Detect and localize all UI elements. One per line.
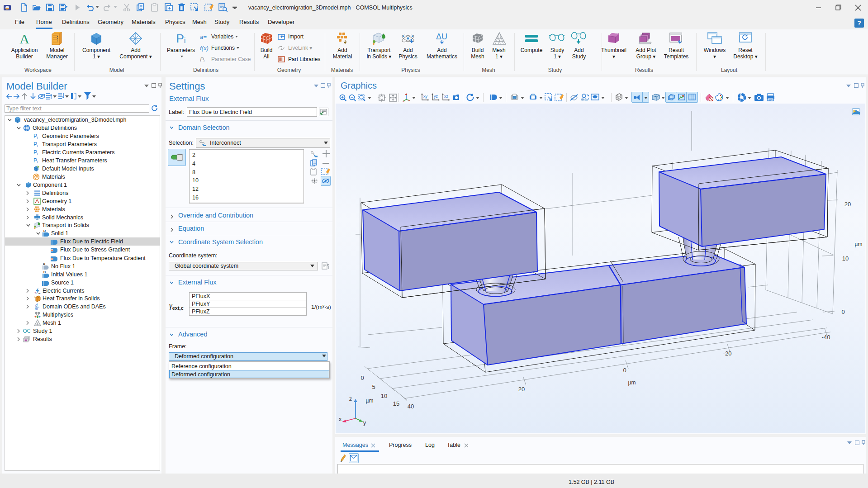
svg-text:D: D	[43, 230, 46, 232]
svg-text:P: P	[33, 133, 37, 139]
svg-text:+: +	[34, 291, 36, 294]
svg-text:yz: yz	[434, 94, 438, 99]
svg-text:µm: µm	[855, 241, 863, 247]
svg-text:20: 20	[518, 386, 525, 393]
svg-text:µm: µm	[366, 398, 374, 404]
svg-text:xz: xz	[444, 94, 449, 99]
svg-text:0: 0	[623, 367, 626, 374]
svg-text:Pi: Pi	[176, 32, 185, 45]
svg-text:Pᵢ: Pᵢ	[200, 56, 205, 63]
svg-text:D: D	[43, 271, 46, 274]
svg-text:xy: xy	[423, 94, 428, 99]
svg-text:20: 20	[844, 201, 851, 208]
svg-text:a=: a=	[200, 33, 207, 40]
svg-text:-20: -20	[723, 350, 732, 357]
svg-text:10: 10	[381, 393, 387, 399]
svg-text:y: y	[363, 419, 366, 426]
svg-text:P: P	[33, 157, 37, 164]
svg-text:P: P	[33, 141, 37, 147]
svg-text:dt: dt	[35, 307, 38, 310]
svg-text:A: A	[19, 32, 29, 45]
svg-text:-40: -40	[822, 334, 830, 341]
svg-text:P: P	[33, 149, 37, 156]
svg-text:i: i	[37, 136, 38, 140]
svg-text:−: −	[38, 291, 41, 294]
svg-text:x: x	[339, 416, 342, 422]
svg-text:5: 5	[372, 384, 375, 390]
svg-text:i: i	[37, 144, 38, 148]
svg-text:0: 0	[360, 374, 364, 381]
svg-text:z: z	[349, 395, 352, 402]
svg-text:µm: µm	[628, 379, 636, 386]
svg-text:15: 15	[393, 400, 399, 407]
svg-text:40: 40	[408, 403, 414, 410]
svg-text:D: D	[43, 263, 45, 265]
svg-text:10: 10	[842, 255, 849, 262]
svg-text:i: i	[37, 160, 38, 164]
svg-text:i: i	[37, 152, 38, 156]
svg-text:f(x): f(x)	[200, 45, 209, 52]
svg-text:0: 0	[841, 308, 844, 315]
